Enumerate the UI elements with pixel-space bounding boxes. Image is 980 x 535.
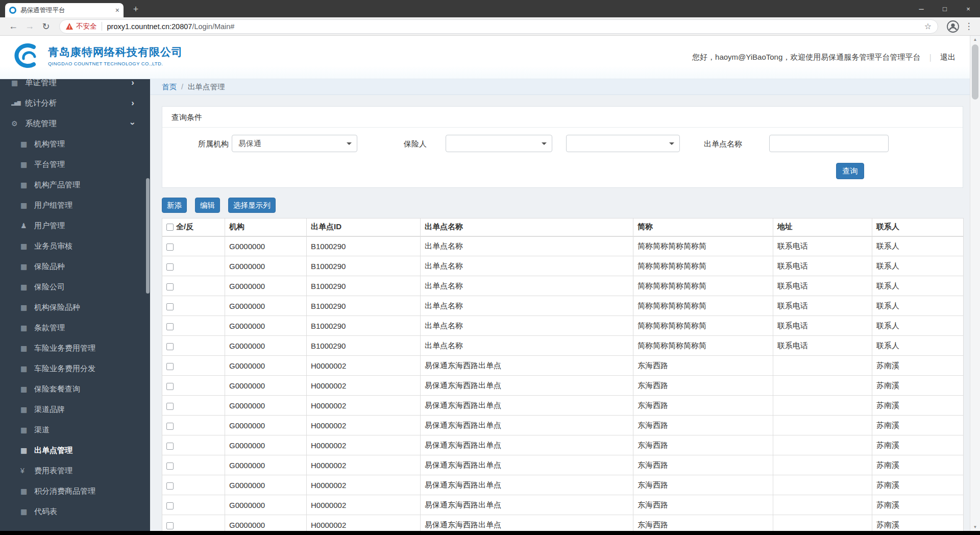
table-cell: 联系电话 [773, 256, 872, 276]
row-checkbox[interactable] [166, 363, 174, 370]
sidebar-subitem-费用表管理[interactable]: ¥费用表管理 [0, 460, 150, 481]
search-button[interactable]: 查询 [836, 163, 864, 179]
sidebar-subitem-机构产品管理[interactable]: ▦机构产品管理 [0, 175, 150, 195]
org-select[interactable]: 易保通 [232, 135, 357, 152]
row-checkbox[interactable] [166, 323, 174, 330]
row-checkbox[interactable] [166, 463, 174, 470]
row-checkbox[interactable] [166, 522, 174, 529]
table-cell: 东海西路 [633, 396, 773, 416]
forward-button[interactable]: → [21, 21, 38, 32]
sidebar-subitem-机构管理[interactable]: ▦机构管理 [0, 134, 150, 154]
table-cell: 易保通东海西路出单点 [421, 416, 633, 435]
sidebar-scrollbar-thumb[interactable] [146, 178, 150, 294]
sidebar-subitem-积分消费商品管理[interactable]: ▦积分消费商品管理 [0, 481, 150, 501]
grid-icon: ▦ [20, 364, 34, 373]
sidebar-item-label: 机构保险品种 [34, 303, 80, 312]
scrollbar-thumb[interactable] [972, 44, 978, 100]
add-button[interactable]: 新添 [162, 198, 187, 213]
row-checkbox[interactable] [166, 343, 174, 350]
sidebar-subitem-业务员审核[interactable]: ▦业务员审核 [0, 236, 150, 256]
sidebar-item-label: 积分消费商品管理 [34, 487, 95, 496]
table-cell: 苏南溪 [872, 475, 964, 495]
table-row: G0000000B1000290出单点名称简称简称简称简称简联系电话联系人 [162, 236, 964, 256]
table-cell: 易保通东海西路出单点 [421, 396, 633, 416]
bookmark-star-icon[interactable]: ☆ [924, 21, 932, 31]
sidebar-item-单证管理[interactable]: ▦单证管理› [0, 79, 150, 93]
select-all-checkbox[interactable] [166, 224, 174, 231]
table-cell: 东海西路 [633, 455, 773, 475]
logout-link[interactable]: 退出 [940, 53, 955, 62]
scrollbar-down-icon[interactable]: ▼ [970, 525, 980, 529]
row-checkbox[interactable] [166, 423, 174, 430]
sidebar-subitem-保险品种[interactable]: ▦保险品种 [0, 256, 150, 277]
breadcrumb: 首页 / 出单点管理 [150, 79, 980, 95]
table-row: G0000000B1000290出单点名称简称简称简称简称简联系电话联系人 [162, 336, 964, 356]
row-checkbox[interactable] [166, 482, 174, 490]
sidebar-subitem-用户管理[interactable]: ♟用户管理 [0, 215, 150, 236]
sidebar-item-统计分析[interactable]: ▂▅▇统计分析› [0, 93, 150, 113]
insurer-select-1[interactable] [446, 135, 552, 152]
outlet-name-input[interactable] [769, 135, 889, 152]
table-cell [773, 475, 872, 495]
new-tab-button[interactable]: + [129, 4, 143, 16]
row-checkbox[interactable] [166, 403, 174, 410]
row-checkbox[interactable] [166, 244, 174, 251]
row-checkbox[interactable] [166, 383, 174, 390]
table-cell: 易保通东海西路出单点 [421, 475, 633, 495]
grid-icon: ▦ [20, 283, 34, 291]
breadcrumb-home-link[interactable]: 首页 [162, 82, 177, 92]
row-checkbox[interactable] [166, 263, 174, 271]
grid-icon: ▦ [20, 446, 34, 454]
table-cell: 出单点名称 [421, 316, 633, 336]
row-select-cell [162, 236, 225, 256]
row-checkbox[interactable] [166, 303, 174, 310]
row-checkbox[interactable] [166, 502, 174, 509]
sidebar-item-label: 用户管理 [34, 221, 65, 231]
table-cell [773, 356, 872, 376]
sidebar-subitem-保险公司[interactable]: ▦保险公司 [0, 277, 150, 297]
table-cell: 东海西路 [633, 356, 773, 376]
sidebar-subitem-保险套餐查询[interactable]: ▦保险套餐查询 [0, 379, 150, 399]
back-button[interactable]: ← [5, 21, 21, 32]
refresh-button[interactable]: ↻ [38, 21, 54, 32]
column-header: 出单点ID [307, 218, 421, 236]
sidebar-subitem-出单点管理[interactable]: ▦出单点管理 [0, 440, 150, 460]
address-bar[interactable]: ! 不安全 proxy1.countnet.cn:20807 /Login/Ma… [59, 19, 938, 34]
sidebar-subitem-车险业务费用管理[interactable]: ▦车险业务费用管理 [0, 338, 150, 358]
browser-tab[interactable]: 易保通管理平台 × [5, 3, 124, 17]
minimize-button[interactable]: ─ [910, 0, 933, 17]
table-cell: 易保通东海西路出单点 [421, 515, 633, 531]
row-checkbox[interactable] [166, 443, 174, 450]
sidebar-subitem-渠道[interactable]: ▦渠道 [0, 420, 150, 440]
table-cell: 联系电话 [773, 236, 872, 256]
tab-close-icon[interactable]: × [115, 7, 119, 14]
browser-menu-icon[interactable]: ⋮ [963, 21, 975, 32]
sidebar-item-系统管理[interactable]: ⚙系统管理› [0, 113, 150, 134]
table-cell: 联系人 [872, 336, 964, 356]
edit-button[interactable]: 编辑 [195, 198, 220, 213]
maximize-button[interactable]: □ [933, 0, 957, 17]
table-cell [773, 455, 872, 475]
company-name-en: QINGDAO COUNTNET TECHNOLOGY CO.,LTD. [48, 61, 183, 66]
grid-icon: ▦ [20, 507, 34, 516]
row-checkbox[interactable] [166, 283, 174, 290]
choose-columns-button[interactable]: 选择显示列 [228, 198, 276, 213]
sidebar-subitem-车险业务费用分发[interactable]: ▦车险业务费用分发 [0, 358, 150, 379]
sidebar-subitem-平台管理[interactable]: ▦平台管理 [0, 154, 150, 175]
sidebar-subitem-条款管理[interactable]: ▦条款管理 [0, 318, 150, 338]
sidebar-subitem-渠道品牌[interactable]: ▦渠道品牌 [0, 399, 150, 420]
table-cell: 东海西路 [633, 515, 773, 531]
browser-scrollbar[interactable]: ▲ ▼ [970, 36, 980, 531]
grid-icon: ▦ [20, 324, 34, 332]
insurer-select-2[interactable] [566, 135, 680, 152]
table-cell: H0000002 [307, 475, 421, 495]
sidebar-subitem-代码表[interactable]: ▦代码表 [0, 501, 150, 522]
close-button[interactable]: × [957, 0, 980, 17]
profile-icon[interactable] [946, 20, 960, 33]
table-cell: G0000000 [225, 455, 307, 475]
table-cell: 联系电话 [773, 316, 872, 336]
table-cell: 联系电话 [773, 336, 872, 356]
scrollbar-up-icon[interactable]: ▲ [970, 37, 980, 42]
sidebar-subitem-机构保险品种[interactable]: ▦机构保险品种 [0, 297, 150, 318]
sidebar-subitem-用户组管理[interactable]: ▦用户组管理 [0, 195, 150, 215]
